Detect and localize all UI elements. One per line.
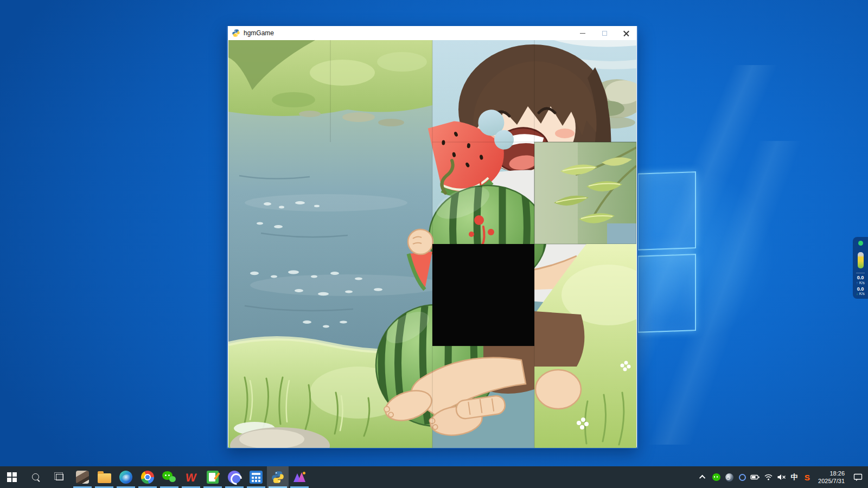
title-bar[interactable]: hgmGame [228,26,637,40]
taskbar-app-photo-viewer[interactable] [72,466,93,488]
minimize-icon [580,33,585,34]
volume-muted-icon [777,473,786,481]
action-center-icon [853,473,863,481]
screen: 0.0 ↑ K/s 0.0 ↓ K/s hgmGame [0,0,868,488]
up-arrow-icon: ↑ [856,281,858,285]
taskbar: W [0,466,868,488]
status-dot-icon [858,241,863,246]
system-tray: 中 S 18:26 2025/7/31 [697,466,868,488]
search-icon [32,473,40,481]
wechat-tray-icon [712,473,720,481]
download-speed: 0.0 ↓ K/s [856,287,865,297]
photo-viewer-icon [76,471,89,484]
input-method-indicator: 中 [791,472,798,482]
task-view-button[interactable] [48,466,72,488]
ring-icon [739,474,746,481]
start-button[interactable] [0,466,24,488]
minimize-button[interactable] [572,26,593,40]
tray-wifi[interactable] [762,466,774,488]
taskbar-app-wps[interactable]: W [180,466,202,488]
window-title: hgmGame [244,29,274,37]
taskbar-app-file-explorer[interactable] [93,466,115,488]
taskbar-app-ai[interactable] [289,466,310,488]
upload-value: 0.0 [856,275,865,281]
gauge-pill-icon [858,252,864,268]
ai-app-icon [293,471,306,484]
clock-time: 18:26 [829,470,845,477]
python-icon [232,29,240,37]
calculator-icon [250,471,263,484]
close-button[interactable] [615,26,637,40]
steam-icon [725,473,733,481]
tray-battery[interactable] [749,466,761,488]
search-button[interactable] [24,466,48,488]
puzzle-image [228,40,636,448]
start-icon [7,472,17,482]
clock-date: 2025/7/31 [818,477,845,485]
wechat-icon [162,471,176,484]
file-explorer-icon [98,473,111,483]
chevron-up-icon [699,475,705,481]
divider [856,273,865,273]
taskbar-app-chrome[interactable] [137,466,158,488]
puzzle-board[interactable] [228,40,636,448]
battery-icon [750,473,760,481]
tray-steam[interactable] [723,466,735,488]
leaf-tile[interactable] [534,142,636,244]
upload-speed: 0.0 ↑ K/s [856,275,865,285]
doc-editor-icon [207,471,219,484]
taskbar-app-purple-browser[interactable] [224,466,245,488]
sogou-icon: S [805,473,810,482]
taskbar-app-wechat[interactable] [158,466,180,488]
chrome-icon [141,471,154,484]
logo-pane [637,254,696,333]
upload-unit: ↑ K/s [856,281,865,285]
wifi-icon [764,473,773,481]
tray-volume-muted[interactable] [775,466,787,488]
taskbar-app-python-game[interactable] [267,466,289,488]
download-unit: ↓ K/s [856,292,865,296]
maximize-button[interactable] [593,26,615,40]
taskbar-app-edge[interactable] [115,466,137,488]
taskbar-app-calculator[interactable] [245,466,267,488]
tray-vpn[interactable] [736,466,748,488]
logo-pane [637,171,696,251]
maximize-icon [602,31,607,36]
game-window: hgmGame [227,26,638,448]
close-icon [623,30,629,36]
taskbar-app-doc-editor[interactable] [202,466,224,488]
window-controls [572,26,637,40]
python-icon [271,470,285,484]
download-value: 0.0 [856,287,865,292]
wps-icon: W [185,472,197,483]
task-view-icon [56,474,63,480]
purple-browser-icon [228,471,241,484]
tray-sogou[interactable]: S [801,466,813,488]
tray-clock[interactable]: 18:26 2025/7/31 [814,466,848,488]
action-center-button[interactable] [850,466,866,488]
tray-wechat[interactable] [710,466,722,488]
down-arrow-icon: ↓ [856,292,858,296]
tray-input-method[interactable]: 中 [788,466,800,488]
empty-tile[interactable] [432,244,534,346]
edge-icon [119,471,132,484]
net-speed-widget[interactable]: 0.0 ↑ K/s 0.0 ↓ K/s [853,237,868,299]
hidden-icons-button[interactable] [697,466,709,488]
